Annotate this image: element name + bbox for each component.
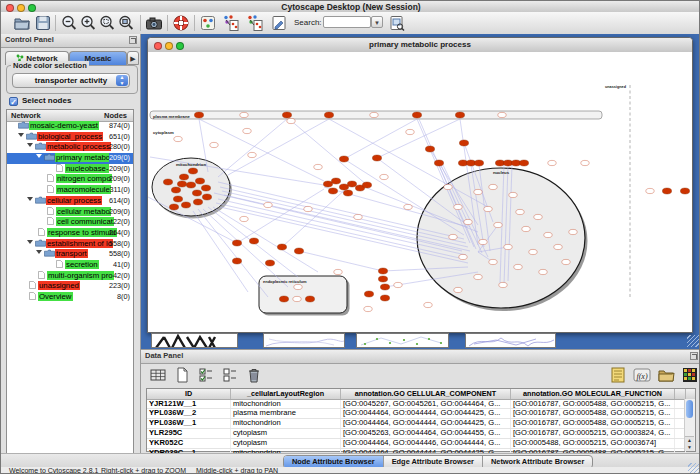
tree-row[interactable]: nitrogen compo209(0) bbox=[7, 174, 133, 185]
background-window-fragment[interactable] bbox=[151, 333, 238, 348]
delete-attribute-icon[interactable] bbox=[243, 364, 265, 386]
network-node[interactable] bbox=[499, 282, 507, 287]
network-node[interactable] bbox=[484, 206, 492, 211]
network-node[interactable] bbox=[181, 202, 190, 208]
network-node[interactable] bbox=[264, 202, 272, 207]
network-node[interactable] bbox=[193, 199, 202, 205]
table-cell[interactable]: [GO:0044464, GO:0044446, GO:0044444, G..… bbox=[341, 439, 511, 448]
tree-row[interactable]: nucleobase-209(0) bbox=[7, 164, 133, 175]
network-node[interactable] bbox=[328, 188, 337, 194]
table-cell[interactable]: [GO:0016787, GO:0005488, GO:0005215, G..… bbox=[511, 419, 675, 428]
network-node[interactable] bbox=[509, 192, 517, 197]
network-node[interactable] bbox=[364, 306, 372, 311]
float-panel-icon[interactable] bbox=[690, 352, 698, 360]
network-node[interactable] bbox=[424, 302, 432, 307]
snapshot-icon[interactable] bbox=[145, 14, 163, 32]
table-column-header[interactable]: annotation.GO MOLECULAR_FUNCTION bbox=[511, 389, 675, 399]
network-node[interactable] bbox=[380, 284, 389, 290]
table-cell[interactable]: plasma membrane bbox=[231, 409, 341, 418]
network-node[interactable] bbox=[354, 214, 362, 219]
table-cell[interactable]: [GO:0045267, GO:0045261, GO:0044464, G..… bbox=[341, 400, 511, 409]
network-node[interactable] bbox=[331, 178, 340, 184]
tree-row[interactable]: cellular metabo209(0) bbox=[7, 207, 133, 218]
network-node[interactable] bbox=[498, 112, 506, 117]
network-node[interactable] bbox=[171, 187, 180, 193]
background-window-fragment[interactable] bbox=[465, 333, 556, 348]
tree-row[interactable]: cell communicat22(0) bbox=[7, 217, 133, 228]
zoom-out-icon[interactable] bbox=[60, 14, 78, 32]
table-column-header[interactable]: ID bbox=[147, 389, 231, 399]
network-node[interactable] bbox=[249, 238, 258, 244]
network-canvas[interactable]: plasma membranecytoplasmmitochondrionnuc… bbox=[148, 52, 692, 332]
network-node[interactable] bbox=[287, 118, 295, 123]
network-node[interactable] bbox=[232, 258, 241, 264]
import-attributes-icon[interactable] bbox=[655, 364, 677, 386]
network-node[interactable] bbox=[479, 239, 487, 244]
network-node[interactable] bbox=[202, 194, 211, 200]
network-node[interactable] bbox=[516, 209, 524, 214]
tree-row[interactable]: primary metabo209(0) bbox=[7, 153, 133, 164]
network-node[interactable] bbox=[406, 129, 414, 134]
function-builder-icon[interactable]: f(x) bbox=[631, 364, 653, 386]
network-node[interactable] bbox=[324, 112, 333, 118]
network-node[interactable] bbox=[293, 296, 301, 301]
table-cell[interactable]: mitochondrion bbox=[231, 400, 341, 409]
network-node[interactable] bbox=[548, 160, 556, 165]
color-matrix-icon[interactable] bbox=[679, 364, 700, 386]
network-node[interactable] bbox=[522, 226, 530, 231]
table-cell[interactable]: YPL036W__1 bbox=[147, 419, 231, 428]
tree-row[interactable]: biological_process651(0) bbox=[7, 132, 133, 143]
background-window-fragment[interactable] bbox=[263, 333, 345, 348]
float-panel-icon[interactable] bbox=[129, 36, 137, 44]
search-input[interactable] bbox=[323, 16, 371, 28]
scrollbar-arrows[interactable]: ▲▼ bbox=[685, 436, 694, 451]
network-node[interactable] bbox=[364, 291, 373, 297]
network-node[interactable] bbox=[240, 216, 248, 221]
network-node[interactable] bbox=[534, 214, 542, 219]
network-node[interactable] bbox=[294, 284, 302, 289]
table-cell[interactable]: cytoplasm bbox=[231, 439, 341, 448]
network-node[interactable] bbox=[339, 156, 348, 162]
new-attribute-icon[interactable] bbox=[171, 364, 193, 386]
select-nodes-checkbox[interactable]: ✓ bbox=[9, 97, 18, 106]
tree-row[interactable]: Overview8(0) bbox=[7, 292, 133, 303]
network-node[interactable] bbox=[581, 160, 589, 165]
open-network-icon[interactable] bbox=[13, 14, 31, 32]
network-node[interactable] bbox=[474, 189, 482, 194]
tab-overflow-button[interactable]: ▶ bbox=[127, 51, 139, 65]
network-node[interactable] bbox=[404, 204, 412, 209]
tree-row[interactable]: mosaic-demo-yeast874(0) bbox=[7, 121, 133, 132]
search-dropdown-button[interactable]: ▼ bbox=[371, 16, 383, 28]
table-cell[interactable]: YLR295C bbox=[147, 429, 231, 438]
network-node[interactable] bbox=[380, 295, 389, 301]
network-node[interactable] bbox=[339, 184, 348, 190]
table-cell[interactable]: YJR121W__1 bbox=[147, 400, 231, 409]
save-session-icon[interactable] bbox=[34, 14, 52, 32]
network-node[interactable] bbox=[305, 296, 314, 302]
network-node[interactable] bbox=[201, 185, 210, 191]
network-node[interactable] bbox=[529, 249, 537, 254]
network-node[interactable] bbox=[240, 112, 248, 117]
table-cell[interactable]: cytoplasm bbox=[231, 429, 341, 438]
expand-arrow-icon[interactable] bbox=[27, 240, 33, 244]
network-node[interactable] bbox=[474, 160, 483, 166]
search-options-icon[interactable] bbox=[388, 14, 406, 32]
network-node[interactable] bbox=[192, 190, 201, 196]
tree-row[interactable]: macromolecule311(0) bbox=[7, 185, 133, 196]
table-cell[interactable]: [GO:0044464, GO:0044444, GO:0044425, G..… bbox=[341, 409, 511, 418]
table-cell[interactable]: [GO:0044464, GO:0044444, GO:0044425, G..… bbox=[341, 419, 511, 428]
attribute-table-icon[interactable] bbox=[147, 364, 169, 386]
network-node[interactable] bbox=[489, 259, 497, 264]
zoom-selected-icon[interactable] bbox=[98, 14, 116, 32]
expand-arrow-icon[interactable] bbox=[36, 250, 42, 254]
background-window-fragment[interactable] bbox=[356, 333, 449, 348]
network-node[interactable] bbox=[412, 112, 421, 118]
zoom-fit-icon[interactable] bbox=[117, 14, 135, 32]
table-cell[interactable]: YPL036W__2 bbox=[147, 409, 231, 418]
network-node[interactable] bbox=[372, 155, 381, 161]
network-node[interactable] bbox=[459, 140, 468, 146]
tree-row[interactable]: transport558(0) bbox=[7, 249, 133, 260]
unselect-attributes-icon[interactable] bbox=[219, 364, 241, 386]
table-row[interactable]: YKR052Ccytoplasm[GO:0044464, GO:0044446,… bbox=[147, 439, 695, 449]
network-node[interactable] bbox=[177, 181, 186, 187]
